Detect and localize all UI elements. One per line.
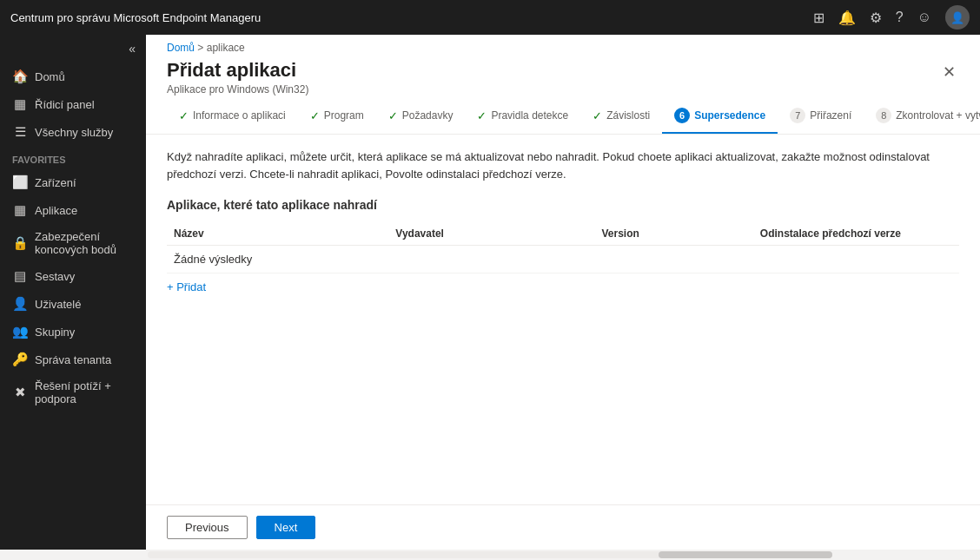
sidebar-item-label: Všechny služby — [35, 126, 113, 139]
tab-label: Požadavky — [402, 109, 454, 122]
no-results-text: Žádné výsledky — [167, 246, 959, 273]
tab-num: 8 — [876, 108, 891, 123]
topbar-icons: ⊞ 🔔 ⚙ ? ☺ 👤 — [813, 5, 970, 30]
sidebar-item-sestavy[interactable]: ▤ Sestavy — [0, 262, 146, 290]
tab-pravidla-detekce[interactable]: ✓ Pravidla detekce — [465, 101, 580, 133]
table-no-results-row: Žádné výsledky — [167, 246, 959, 273]
list-icon: ☰ — [12, 124, 28, 140]
page-header: Přidat aplikaci Aplikace pro Windows (Wi… — [146, 54, 980, 99]
sidebar: « 🏠 Domů ▦ Řídicí panel ☰ Všechny služby… — [0, 35, 146, 550]
tab-zkontrolovat[interactable]: 8 Zkontrolovat + vytvořit — [864, 99, 980, 134]
sidebar-item-zabezpeceni[interactable]: 🔒 Zabezpečení koncových bodů — [0, 224, 146, 262]
bottom-scrollbar — [0, 550, 980, 560]
add-link[interactable]: + Přidat — [167, 280, 206, 293]
scrollbar-thumb[interactable] — [659, 551, 832, 558]
home-icon: 🏠 — [12, 69, 28, 84]
sidebar-item-aplikace[interactable]: ▦ Aplikace — [0, 196, 146, 224]
supersedence-table: Název Vydavatel Version Odinstalace před… — [167, 222, 959, 273]
inner-content: Když nahradíte aplikaci, můžete určit, k… — [146, 135, 980, 504]
groups-icon: 👥 — [12, 324, 28, 339]
sidebar-item-ridici-panel[interactable]: ▦ Řídicí panel — [0, 90, 146, 118]
sidebar-item-skupiny[interactable]: 👥 Skupiny — [0, 318, 146, 346]
sidebar-item-reseni-potizi[interactable]: ✖ Řešení potíží + podpora — [0, 373, 146, 412]
question-icon[interactable]: ? — [896, 10, 904, 25]
sidebar-item-vsechny-sluzby[interactable]: ☰ Všechny služby — [0, 118, 146, 146]
page-title: Přidat aplikaci — [167, 59, 308, 82]
sidebar-item-label: Skupiny — [35, 326, 75, 339]
breadcrumb-apps: aplikace — [207, 42, 245, 54]
devices-icon: ⬜ — [12, 175, 28, 190]
gear-icon[interactable]: ⚙ — [870, 10, 882, 26]
sidebar-item-label: Správa tenanta — [35, 353, 111, 366]
sidebar-item-label: Aplikace — [35, 204, 77, 217]
sidebar-item-domu[interactable]: 🏠 Domů — [0, 63, 146, 90]
security-icon: 🔒 — [12, 235, 28, 251]
grid-icon[interactable]: ⊞ — [813, 10, 824, 26]
tab-pozadavky[interactable]: ✓ Požadavky — [376, 101, 466, 133]
col-header-version: Version — [594, 222, 752, 246]
col-header-publisher: Vydavatel — [388, 222, 594, 246]
sidebar-item-sprava-tenanta[interactable]: 🔑 Správa tenanta — [0, 346, 146, 373]
sidebar-item-label: Zařízení — [35, 176, 76, 189]
reports-icon: ▤ — [12, 268, 28, 284]
checkmark-icon: ✓ — [310, 109, 320, 122]
bell-icon[interactable]: 🔔 — [838, 10, 856, 26]
breadcrumb-home[interactable]: Domů — [167, 42, 195, 54]
breadcrumb: Domů > aplikace — [146, 35, 980, 54]
tab-label: Supersedence — [694, 109, 765, 122]
tab-num: 6 — [674, 108, 690, 123]
troubleshoot-icon: ✖ — [12, 385, 28, 400]
info-text: Když nahradíte aplikaci, můžete určit, k… — [167, 148, 959, 182]
sidebar-item-zarizeni[interactable]: ⬜ Zařízení — [0, 168, 146, 196]
dashboard-icon: ▦ — [12, 96, 28, 112]
sidebar-item-label: Domů — [35, 70, 65, 83]
sidebar-item-label: Uživatelé — [35, 298, 81, 311]
scrollbar-track[interactable] — [148, 551, 832, 558]
tab-supersedence[interactable]: 6 Supersedence — [662, 99, 778, 134]
sidebar-collapse-btn[interactable]: « — [0, 35, 146, 63]
tab-program[interactable]: ✓ Program — [298, 101, 376, 133]
tab-label: Program — [324, 109, 364, 122]
smiley-icon[interactable]: ☺ — [917, 10, 931, 25]
col-header-name: Název — [167, 222, 388, 246]
next-button[interactable]: Next — [256, 516, 316, 539]
apps-icon: ▦ — [12, 202, 28, 218]
tab-prirazeni[interactable]: 7 Přiřazení — [778, 99, 864, 134]
sidebar-item-label: Řešení potíží + podpora — [35, 379, 134, 405]
sidebar-item-label: Zabezpečení koncových bodů — [35, 230, 134, 256]
tab-label: Pravidla detekce — [491, 109, 568, 122]
tab-num: 7 — [790, 108, 805, 123]
previous-button[interactable]: Previous — [167, 516, 248, 539]
tab-label: Přiřazení — [810, 109, 851, 122]
sidebar-item-label: Řídicí panel — [35, 98, 95, 111]
sidebar-item-label: Sestavy — [35, 270, 75, 283]
sidebar-section-favorites: FAVORITES — [0, 146, 146, 168]
breadcrumb-sep1: > — [197, 42, 206, 54]
topbar: Centrum pro správu Microsoft Endpoint Ma… — [0, 0, 980, 35]
section-title: Aplikace, které tato aplikace nahradí — [167, 198, 959, 212]
tab-label: Zkontrolovat + vytvořit — [896, 109, 980, 122]
avatar[interactable]: 👤 — [945, 5, 970, 30]
users-icon: 👤 — [12, 296, 28, 312]
checkmark-icon: ✓ — [388, 109, 398, 122]
tab-label: Informace o aplikaci — [193, 109, 286, 122]
checkmark-icon: ✓ — [593, 109, 602, 122]
tab-informace[interactable]: ✓ Informace o aplikaci — [167, 101, 298, 133]
close-button[interactable]: ✕ — [939, 59, 959, 85]
col-header-uninstall: Odinstalace předchozí verze — [753, 222, 959, 246]
content-area: Domů > aplikace Přidat aplikaci Aplikace… — [146, 35, 980, 550]
tab-zavislosti[interactable]: ✓ Závislosti — [580, 101, 662, 133]
wizard-tabs: ✓ Informace o aplikaci ✓ Program ✓ Požad… — [146, 99, 980, 135]
footer: Previous Next — [146, 504, 980, 550]
sidebar-item-uzivatele[interactable]: 👤 Uživatelé — [0, 290, 146, 318]
tenant-icon: 🔑 — [12, 352, 28, 367]
app-title: Centrum pro správu Microsoft Endpoint Ma… — [10, 11, 261, 24]
page-subtitle: Aplikace pro Windows (Win32) — [167, 83, 308, 96]
checkmark-icon: ✓ — [179, 109, 189, 122]
checkmark-icon: ✓ — [477, 109, 487, 122]
tab-label: Závislosti — [606, 109, 650, 122]
